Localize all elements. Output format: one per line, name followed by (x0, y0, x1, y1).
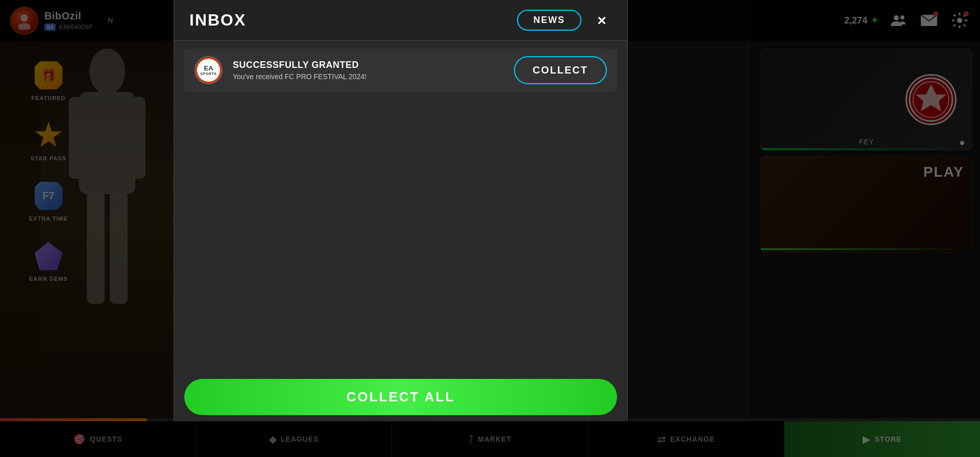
collect-button[interactable]: COLLECT (514, 56, 607, 84)
inbox-message: SUCCESSFULLY GRANTED You've received FC … (233, 60, 504, 81)
inbox-item-ea-grant: EA SPORTS SUCCESSFULLY GRANTED You've re… (184, 49, 617, 92)
inbox-list: EA SPORTS SUCCESSFULLY GRANTED You've re… (174, 41, 627, 373)
ea-sports-text: SPORTS (201, 72, 217, 76)
ea-text: EA (204, 65, 213, 71)
collect-all-bar: COLLECT ALL (174, 373, 627, 421)
inbox-subject: SUCCESSFULLY GRANTED (233, 60, 504, 70)
collect-all-button[interactable]: COLLECT ALL (184, 379, 617, 415)
inbox-modal: INBOX NEWS × EA SPORTS SUCCESSFULLY GRAN… (174, 0, 628, 421)
inbox-title: INBOX (189, 11, 517, 30)
inbox-header: INBOX NEWS × (174, 0, 627, 41)
ea-logo-inner: EA SPORTS (197, 59, 220, 82)
inbox-body: You've received FC PRO FESTIVAL 2024! (233, 73, 504, 81)
news-button[interactable]: NEWS (517, 10, 581, 31)
ea-logo: EA SPORTS (194, 56, 223, 84)
close-inbox-button[interactable]: × (592, 10, 612, 31)
